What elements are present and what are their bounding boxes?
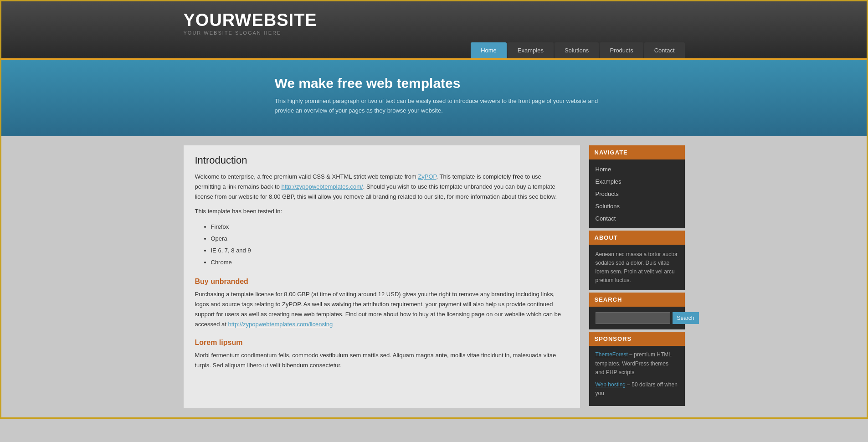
hero-heading: We make free web templates	[275, 76, 685, 91]
intro-paragraph: Welcome to enterprise, a free premium va…	[195, 172, 569, 202]
about-title: ABOUT	[589, 231, 685, 245]
search-content: Search	[589, 307, 685, 329]
nav-item-home[interactable]: Home	[471, 42, 507, 58]
about-widget: ABOUT Aenean nec massa a tortor auctor s…	[589, 231, 685, 291]
search-title: SEARCH	[589, 293, 685, 307]
template-site-link[interactable]: http://zypopwebtemplates.com/	[282, 183, 363, 190]
themeforest-link[interactable]: ThemeForest	[596, 351, 628, 358]
sidebar-nav-home[interactable]: Home	[589, 163, 685, 175]
hero-description: This highly prominent paragraph or two o…	[275, 97, 603, 116]
navigate-widget: NAVIGATE Home Examples Products Solution…	[589, 145, 685, 228]
sidebar: NAVIGATE Home Examples Products Solution…	[589, 145, 685, 409]
lorem-paragraph: Morbi fermentum condimentum felis, commo…	[195, 350, 569, 370]
list-item: Firefox	[211, 221, 569, 233]
about-content: Aenean nec massa a tortor auctor sodales…	[589, 245, 685, 291]
main-wrapper: Introduction Welcome to enterprise, a fr…	[175, 136, 694, 418]
about-text: Aenean nec massa a tortor auctor sodales…	[596, 250, 678, 285]
search-widget: SEARCH Search	[589, 293, 685, 329]
logo: YOURWEBSITE YOUR WEBSITE SLOGAN HERE	[184, 10, 685, 36]
licensing-link[interactable]: http://zypopwebtemplates.com/licensing	[228, 321, 333, 328]
sponsor1: ThemeForest – premium HTML templates, Wo…	[596, 350, 678, 377]
main-content: Introduction Welcome to enterprise, a fr…	[184, 145, 580, 409]
sponsors-title: SPONSORS	[589, 332, 685, 346]
navigate-title: NAVIGATE	[589, 145, 685, 159]
sidebar-nav-contact[interactable]: Contact	[589, 212, 685, 225]
nav-item-products[interactable]: Products	[600, 42, 643, 58]
search-input[interactable]	[596, 312, 670, 324]
intro-heading: Introduction	[195, 154, 569, 166]
tested-list: Firefox Opera IE 6, 7, 8 and 9 Chrome	[211, 221, 569, 268]
navigate-content: Home Examples Products Solutions Contact	[589, 159, 685, 228]
nav-item-examples[interactable]: Examples	[508, 42, 554, 58]
search-button[interactable]: Search	[673, 312, 699, 324]
buy-paragraph: Purchasing a template license for 8.00 G…	[195, 289, 569, 329]
tested-intro: This template has been tested in:	[195, 206, 569, 216]
buy-heading: Buy unbranded	[195, 278, 569, 286]
sponsors-widget: SPONSORS ThemeForest – premium HTML temp…	[589, 332, 685, 406]
sidebar-nav-examples[interactable]: Examples	[589, 175, 685, 188]
zypop-link[interactable]: ZyPOP	[418, 173, 436, 180]
sidebar-nav-products[interactable]: Products	[589, 188, 685, 200]
webhosting-link[interactable]: Web hosting	[596, 381, 626, 388]
header: YOURWEBSITE YOUR WEBSITE SLOGAN HERE Hom…	[1, 1, 867, 60]
site-slogan: YOUR WEBSITE SLOGAN HERE	[184, 30, 685, 36]
free-bold: free	[513, 173, 524, 180]
main-nav: Home Examples Solutions Products Contact	[184, 42, 685, 58]
lorem-heading: Lorem lipsum	[195, 339, 569, 347]
nav-item-solutions[interactable]: Solutions	[555, 42, 599, 58]
list-item: Chrome	[211, 257, 569, 268]
hero-section: We make free web templates This highly p…	[1, 60, 867, 136]
site-title: YOURWEBSITE	[184, 10, 685, 30]
sponsor2: Web hosting – 50 dollars off when you	[596, 380, 678, 398]
list-item: Opera	[211, 233, 569, 245]
nav-item-contact[interactable]: Contact	[644, 42, 685, 58]
sidebar-nav-solutions[interactable]: Solutions	[589, 200, 685, 212]
sponsors-content: ThemeForest – premium HTML templates, Wo…	[589, 346, 685, 406]
list-item: IE 6, 7, 8 and 9	[211, 245, 569, 257]
